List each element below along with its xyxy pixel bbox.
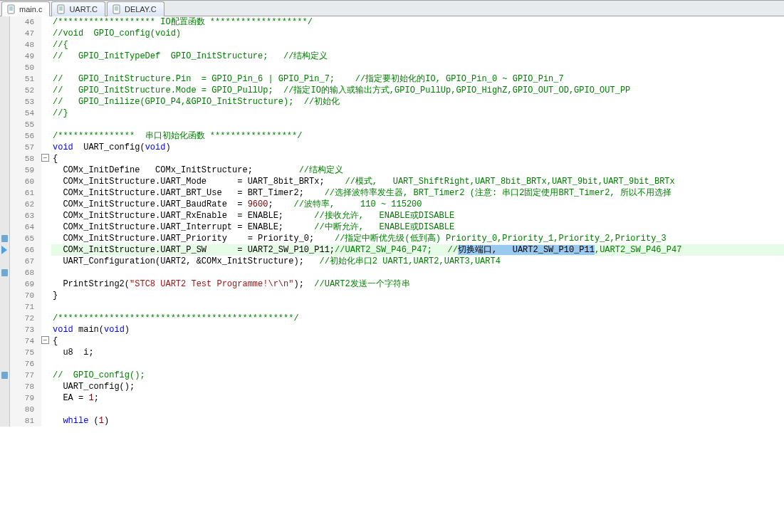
code-line[interactable]: 60 COMx_InitStructure.UART_Mode = UART_8… [0, 176, 784, 187]
code-line[interactable]: 53// GPIO_Inilize(GPIO_P4,&GPIO_InitStru… [0, 96, 784, 108]
code-line[interactable]: 63 COMx_InitStructure.UART_RxEnable = EN… [0, 210, 784, 221]
gutter[interactable] [0, 358, 10, 370]
code-line[interactable]: 70} [0, 290, 784, 301]
code-text[interactable]: { [51, 335, 784, 347]
bookmark-icon[interactable] [0, 267, 10, 278]
code-text[interactable]: EA = 1; [51, 392, 784, 404]
code-line[interactable]: 73void main(void) [0, 324, 784, 335]
code-line[interactable]: 75 u8 i; [0, 347, 784, 358]
code-editor[interactable]: 46/******************* IO配置函数 **********… [0, 16, 784, 532]
tab-main-c[interactable]: main.c [1, 1, 50, 16]
code-text[interactable] [51, 267, 784, 278]
code-text[interactable] [51, 404, 784, 415]
code-text[interactable]: COMx_InitStructure.UART_Priority = Prior… [51, 233, 784, 244]
code-text[interactable]: void UART_config(void) [51, 142, 784, 153]
code-text[interactable] [51, 358, 784, 370]
code-text[interactable]: void main(void) [51, 324, 784, 335]
gutter[interactable] [0, 119, 10, 130]
code-line[interactable]: 65 COMx_InitStructure.UART_Priority = Pr… [0, 233, 784, 244]
gutter[interactable] [0, 199, 10, 210]
code-text[interactable]: COMx_InitStructure.UART_Interrupt = ENAB… [51, 221, 784, 233]
gutter[interactable] [0, 39, 10, 51]
bookmark-icon[interactable] [0, 233, 10, 244]
gutter[interactable] [0, 415, 10, 427]
code-text[interactable]: // GPIO_InitTypeDef GPIO_InitStructure; … [51, 51, 784, 62]
code-line[interactable]: 67 UART_Configuration(UART2, &COMx_InitS… [0, 256, 784, 267]
gutter[interactable] [0, 96, 10, 108]
code-line[interactable]: 79 EA = 1; [0, 392, 784, 404]
gutter[interactable] [0, 153, 10, 165]
gutter[interactable] [0, 221, 10, 233]
code-text[interactable]: //} [51, 108, 784, 119]
code-line[interactable]: 77// GPIO_config(); [0, 370, 784, 381]
tab-delay-c[interactable]: DELAY.C [107, 1, 164, 16]
code-text[interactable]: COMx_InitDefine COMx_InitStructure; //结构… [51, 165, 784, 176]
code-text[interactable]: COMx_InitStructure.UART_RxEnable = ENABL… [51, 210, 784, 221]
code-line[interactable]: 72/*************************************… [0, 313, 784, 324]
gutter[interactable] [0, 392, 10, 404]
code-text[interactable]: COMx_InitStructure.UART_BRT_Use = BRT_Ti… [51, 187, 784, 199]
gutter[interactable] [0, 142, 10, 153]
gutter[interactable] [0, 404, 10, 415]
code-line[interactable]: 48//{ [0, 39, 784, 51]
code-text[interactable]: UART_config(); [51, 381, 784, 392]
code-line[interactable]: 66 COMx_InitStructure.UART_P_SW = UART2_… [0, 244, 784, 256]
code-line[interactable]: 58{ [0, 153, 784, 165]
code-text[interactable]: //void GPIO_config(void) [51, 28, 784, 39]
code-line[interactable]: 52// GPIO_InitStructure.Mode = GPIO_Pull… [0, 85, 784, 96]
code-line[interactable]: 81 while (1) [0, 415, 784, 427]
gutter[interactable] [0, 51, 10, 62]
code-text[interactable]: COMx_InitStructure.UART_BaudRate = 9600;… [51, 199, 784, 210]
code-text[interactable]: // GPIO_Inilize(GPIO_P4,&GPIO_InitStruct… [51, 96, 784, 108]
code-line[interactable]: 71 [0, 301, 784, 313]
gutter[interactable] [0, 290, 10, 301]
gutter[interactable] [0, 324, 10, 335]
gutter[interactable] [0, 335, 10, 347]
code-line[interactable]: 68 [0, 267, 784, 278]
current-line-arrow-icon[interactable] [0, 244, 10, 256]
code-line[interactable]: 47//void GPIO_config(void) [0, 28, 784, 39]
code-text[interactable] [51, 119, 784, 130]
gutter[interactable] [0, 347, 10, 358]
code-line[interactable]: 49// GPIO_InitTypeDef GPIO_InitStructure… [0, 51, 784, 62]
code-text[interactable]: while (1) [51, 415, 784, 427]
bookmark-icon[interactable] [0, 370, 10, 381]
code-line[interactable]: 74{ [0, 335, 784, 347]
code-line[interactable]: 46/******************* IO配置函数 **********… [0, 16, 784, 28]
code-text[interactable] [51, 301, 784, 313]
code-line[interactable]: 76 [0, 358, 784, 370]
tab-uart-c[interactable]: UART.C [51, 1, 105, 16]
gutter[interactable] [0, 108, 10, 119]
code-line[interactable]: 54//} [0, 108, 784, 119]
code-line[interactable]: 59 COMx_InitDefine COMx_InitStructure; /… [0, 165, 784, 176]
code-text[interactable]: { [51, 153, 784, 165]
code-line[interactable]: 62 COMx_InitStructure.UART_BaudRate = 96… [0, 199, 784, 210]
fold-toggle-icon[interactable] [41, 335, 51, 347]
gutter[interactable] [0, 28, 10, 39]
code-text[interactable]: /***************************************… [51, 313, 784, 324]
code-text[interactable]: COMx_InitStructure.UART_P_SW = UART2_SW_… [51, 244, 784, 256]
code-line[interactable]: 51// GPIO_InitStructure.Pin = GPIO_Pin_6… [0, 73, 784, 85]
code-line[interactable]: 57void UART_config(void) [0, 142, 784, 153]
code-text[interactable]: } [51, 290, 784, 301]
code-text[interactable]: // GPIO_InitStructure.Mode = GPIO_PullUp… [51, 85, 784, 96]
code-text[interactable]: //{ [51, 39, 784, 51]
code-text[interactable]: // GPIO_InitStructure.Pin = GPIO_Pin_6 |… [51, 73, 784, 85]
gutter[interactable] [0, 85, 10, 96]
gutter[interactable] [0, 73, 10, 85]
gutter[interactable] [0, 176, 10, 187]
gutter[interactable] [0, 301, 10, 313]
gutter[interactable] [0, 130, 10, 142]
code-text[interactable]: COMx_InitStructure.UART_Mode = UART_8bit… [51, 176, 784, 187]
gutter[interactable] [0, 16, 10, 28]
gutter[interactable] [0, 187, 10, 199]
code-text[interactable]: u8 i; [51, 347, 784, 358]
gutter[interactable] [0, 165, 10, 176]
fold-toggle-icon[interactable] [41, 153, 51, 165]
code-text[interactable]: PrintString2("STC8 UART2 Test Programme!… [51, 278, 784, 290]
code-line[interactable]: 55 [0, 119, 784, 130]
code-text[interactable]: /*************** 串口初始化函数 ***************… [51, 130, 784, 142]
code-line[interactable]: 50 [0, 62, 784, 73]
code-line[interactable]: 80 [0, 404, 784, 415]
gutter[interactable] [0, 62, 10, 73]
